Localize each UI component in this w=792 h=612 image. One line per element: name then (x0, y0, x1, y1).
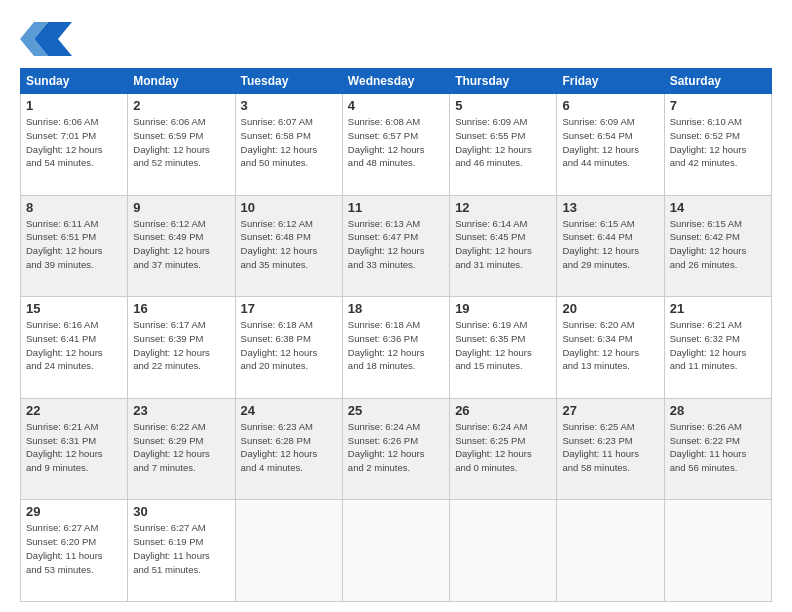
day-sun-info: Sunrise: 6:16 AM Sunset: 6:41 PM Dayligh… (26, 318, 122, 373)
day-number: 12 (455, 200, 551, 215)
calendar-day-cell: 25Sunrise: 6:24 AM Sunset: 6:26 PM Dayli… (342, 398, 449, 500)
day-number: 23 (133, 403, 229, 418)
day-sun-info: Sunrise: 6:18 AM Sunset: 6:38 PM Dayligh… (241, 318, 337, 373)
calendar-day-header: Thursday (450, 69, 557, 94)
calendar-day-cell (450, 500, 557, 602)
calendar-day-cell: 12Sunrise: 6:14 AM Sunset: 6:45 PM Dayli… (450, 195, 557, 297)
day-sun-info: Sunrise: 6:26 AM Sunset: 6:22 PM Dayligh… (670, 420, 766, 475)
day-sun-info: Sunrise: 6:21 AM Sunset: 6:31 PM Dayligh… (26, 420, 122, 475)
calendar-day-cell: 16Sunrise: 6:17 AM Sunset: 6:39 PM Dayli… (128, 297, 235, 399)
calendar-day-cell: 1Sunrise: 6:06 AM Sunset: 7:01 PM Daylig… (21, 94, 128, 196)
calendar-day-cell: 4Sunrise: 6:08 AM Sunset: 6:57 PM Daylig… (342, 94, 449, 196)
day-sun-info: Sunrise: 6:12 AM Sunset: 6:49 PM Dayligh… (133, 217, 229, 272)
day-number: 1 (26, 98, 122, 113)
day-number: 25 (348, 403, 444, 418)
calendar-week-row: 8Sunrise: 6:11 AM Sunset: 6:51 PM Daylig… (21, 195, 772, 297)
calendar-day-cell: 6Sunrise: 6:09 AM Sunset: 6:54 PM Daylig… (557, 94, 664, 196)
day-sun-info: Sunrise: 6:24 AM Sunset: 6:26 PM Dayligh… (348, 420, 444, 475)
day-sun-info: Sunrise: 6:11 AM Sunset: 6:51 PM Dayligh… (26, 217, 122, 272)
day-number: 24 (241, 403, 337, 418)
calendar-header-row: SundayMondayTuesdayWednesdayThursdayFrid… (21, 69, 772, 94)
calendar-day-cell: 10Sunrise: 6:12 AM Sunset: 6:48 PM Dayli… (235, 195, 342, 297)
day-sun-info: Sunrise: 6:19 AM Sunset: 6:35 PM Dayligh… (455, 318, 551, 373)
calendar-week-row: 22Sunrise: 6:21 AM Sunset: 6:31 PM Dayli… (21, 398, 772, 500)
calendar-day-cell: 3Sunrise: 6:07 AM Sunset: 6:58 PM Daylig… (235, 94, 342, 196)
calendar-day-cell: 20Sunrise: 6:20 AM Sunset: 6:34 PM Dayli… (557, 297, 664, 399)
calendar-day-cell (342, 500, 449, 602)
calendar-day-cell: 23Sunrise: 6:22 AM Sunset: 6:29 PM Dayli… (128, 398, 235, 500)
day-number: 20 (562, 301, 658, 316)
day-sun-info: Sunrise: 6:09 AM Sunset: 6:54 PM Dayligh… (562, 115, 658, 170)
day-sun-info: Sunrise: 6:13 AM Sunset: 6:47 PM Dayligh… (348, 217, 444, 272)
calendar-day-cell: 7Sunrise: 6:10 AM Sunset: 6:52 PM Daylig… (664, 94, 771, 196)
calendar-week-row: 1Sunrise: 6:06 AM Sunset: 7:01 PM Daylig… (21, 94, 772, 196)
calendar-day-cell: 18Sunrise: 6:18 AM Sunset: 6:36 PM Dayli… (342, 297, 449, 399)
calendar-day-cell (664, 500, 771, 602)
calendar-week-row: 15Sunrise: 6:16 AM Sunset: 6:41 PM Dayli… (21, 297, 772, 399)
day-number: 11 (348, 200, 444, 215)
calendar-day-cell: 17Sunrise: 6:18 AM Sunset: 6:38 PM Dayli… (235, 297, 342, 399)
day-sun-info: Sunrise: 6:23 AM Sunset: 6:28 PM Dayligh… (241, 420, 337, 475)
day-sun-info: Sunrise: 6:20 AM Sunset: 6:34 PM Dayligh… (562, 318, 658, 373)
calendar-day-header: Monday (128, 69, 235, 94)
day-sun-info: Sunrise: 6:06 AM Sunset: 7:01 PM Dayligh… (26, 115, 122, 170)
calendar-day-cell: 28Sunrise: 6:26 AM Sunset: 6:22 PM Dayli… (664, 398, 771, 500)
calendar-day-cell: 24Sunrise: 6:23 AM Sunset: 6:28 PM Dayli… (235, 398, 342, 500)
day-sun-info: Sunrise: 6:06 AM Sunset: 6:59 PM Dayligh… (133, 115, 229, 170)
day-sun-info: Sunrise: 6:15 AM Sunset: 6:42 PM Dayligh… (670, 217, 766, 272)
day-number: 22 (26, 403, 122, 418)
calendar-day-header: Saturday (664, 69, 771, 94)
day-sun-info: Sunrise: 6:27 AM Sunset: 6:19 PM Dayligh… (133, 521, 229, 576)
calendar-day-cell: 27Sunrise: 6:25 AM Sunset: 6:23 PM Dayli… (557, 398, 664, 500)
calendar-day-header: Friday (557, 69, 664, 94)
day-sun-info: Sunrise: 6:15 AM Sunset: 6:44 PM Dayligh… (562, 217, 658, 272)
general-blue-logo (20, 18, 72, 60)
day-sun-info: Sunrise: 6:09 AM Sunset: 6:55 PM Dayligh… (455, 115, 551, 170)
day-number: 5 (455, 98, 551, 113)
calendar-day-cell: 15Sunrise: 6:16 AM Sunset: 6:41 PM Dayli… (21, 297, 128, 399)
day-number: 8 (26, 200, 122, 215)
calendar-table: SundayMondayTuesdayWednesdayThursdayFrid… (20, 68, 772, 602)
day-sun-info: Sunrise: 6:22 AM Sunset: 6:29 PM Dayligh… (133, 420, 229, 475)
day-number: 13 (562, 200, 658, 215)
calendar-day-header: Wednesday (342, 69, 449, 94)
day-sun-info: Sunrise: 6:21 AM Sunset: 6:32 PM Dayligh… (670, 318, 766, 373)
day-sun-info: Sunrise: 6:18 AM Sunset: 6:36 PM Dayligh… (348, 318, 444, 373)
calendar-day-cell: 21Sunrise: 6:21 AM Sunset: 6:32 PM Dayli… (664, 297, 771, 399)
day-number: 15 (26, 301, 122, 316)
calendar-day-cell (557, 500, 664, 602)
day-sun-info: Sunrise: 6:12 AM Sunset: 6:48 PM Dayligh… (241, 217, 337, 272)
day-sun-info: Sunrise: 6:24 AM Sunset: 6:25 PM Dayligh… (455, 420, 551, 475)
calendar-day-header: Tuesday (235, 69, 342, 94)
day-number: 14 (670, 200, 766, 215)
calendar-day-cell: 11Sunrise: 6:13 AM Sunset: 6:47 PM Dayli… (342, 195, 449, 297)
calendar-day-cell: 29Sunrise: 6:27 AM Sunset: 6:20 PM Dayli… (21, 500, 128, 602)
day-sun-info: Sunrise: 6:25 AM Sunset: 6:23 PM Dayligh… (562, 420, 658, 475)
day-number: 28 (670, 403, 766, 418)
day-number: 16 (133, 301, 229, 316)
calendar-day-cell: 5Sunrise: 6:09 AM Sunset: 6:55 PM Daylig… (450, 94, 557, 196)
day-sun-info: Sunrise: 6:10 AM Sunset: 6:52 PM Dayligh… (670, 115, 766, 170)
calendar-week-row: 29Sunrise: 6:27 AM Sunset: 6:20 PM Dayli… (21, 500, 772, 602)
day-number: 6 (562, 98, 658, 113)
calendar-day-cell: 13Sunrise: 6:15 AM Sunset: 6:44 PM Dayli… (557, 195, 664, 297)
day-number: 19 (455, 301, 551, 316)
day-number: 18 (348, 301, 444, 316)
day-sun-info: Sunrise: 6:17 AM Sunset: 6:39 PM Dayligh… (133, 318, 229, 373)
day-number: 4 (348, 98, 444, 113)
day-number: 26 (455, 403, 551, 418)
calendar-day-cell: 26Sunrise: 6:24 AM Sunset: 6:25 PM Dayli… (450, 398, 557, 500)
day-number: 2 (133, 98, 229, 113)
day-number: 29 (26, 504, 122, 519)
calendar-day-cell: 2Sunrise: 6:06 AM Sunset: 6:59 PM Daylig… (128, 94, 235, 196)
calendar-day-cell: 22Sunrise: 6:21 AM Sunset: 6:31 PM Dayli… (21, 398, 128, 500)
day-number: 3 (241, 98, 337, 113)
day-sun-info: Sunrise: 6:14 AM Sunset: 6:45 PM Dayligh… (455, 217, 551, 272)
calendar-day-cell: 30Sunrise: 6:27 AM Sunset: 6:19 PM Dayli… (128, 500, 235, 602)
day-number: 10 (241, 200, 337, 215)
calendar-body: 1Sunrise: 6:06 AM Sunset: 7:01 PM Daylig… (21, 94, 772, 602)
day-number: 9 (133, 200, 229, 215)
calendar-day-cell: 8Sunrise: 6:11 AM Sunset: 6:51 PM Daylig… (21, 195, 128, 297)
day-number: 21 (670, 301, 766, 316)
calendar-day-cell: 9Sunrise: 6:12 AM Sunset: 6:49 PM Daylig… (128, 195, 235, 297)
